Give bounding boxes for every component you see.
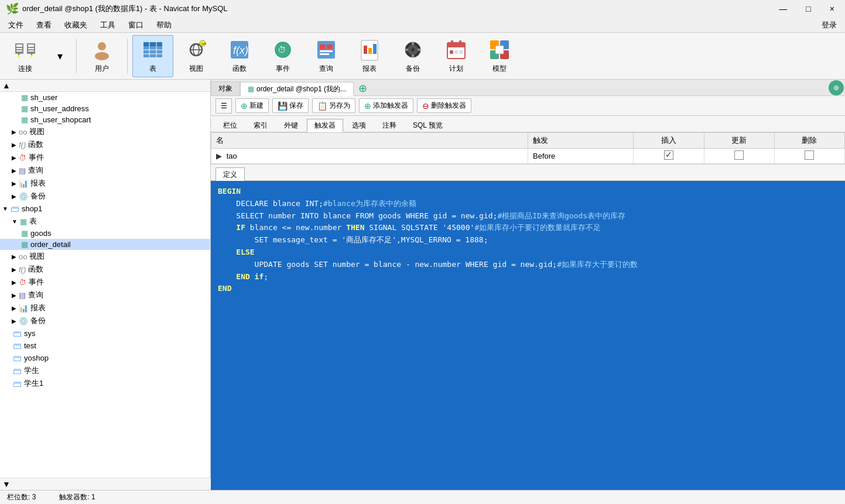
menu-tools[interactable]: 工具 xyxy=(94,18,121,32)
menu-favorites[interactable]: 收藏夹 xyxy=(59,18,93,32)
sidebar-label: shop1 xyxy=(22,204,42,213)
sub-tab-columns[interactable]: 栏位 xyxy=(215,118,245,132)
sub-tab-options[interactable]: 选项 xyxy=(344,118,374,132)
trigger-event-cell: Before xyxy=(528,149,634,164)
toolbar-connect[interactable]: 连接 xyxy=(5,35,46,77)
main-area: ▲ ▦ sh_user ▦ sh_user_address ▦ sh_user_… xyxy=(0,80,845,490)
code-line-8: END if; xyxy=(218,271,838,283)
toolbar: 连接 ▾ 用户 表 xyxy=(0,33,845,80)
insert-checkbox[interactable] xyxy=(664,150,673,160)
save-button[interactable]: 💾 保存 xyxy=(272,98,309,113)
sidebar-item-func1[interactable]: ▶ f() 函数 xyxy=(0,138,210,151)
sub-tab-triggers[interactable]: 触发器 xyxy=(307,119,343,132)
sidebar-item-backup2[interactable]: ▶ 💿 备份 xyxy=(0,314,210,327)
save-as-icon: 📋 xyxy=(317,101,327,111)
hamburger-button[interactable]: ☰ xyxy=(215,98,232,114)
toolbar-view[interactable]: oo 视图 xyxy=(176,35,217,77)
titlebar-controls[interactable]: — □ × xyxy=(774,3,839,15)
delete-checkbox[interactable] xyxy=(805,150,814,160)
sidebar-item-xuesheng[interactable]: 🗃 学生 xyxy=(0,364,210,377)
menu-view[interactable]: 查看 xyxy=(30,18,57,32)
tab-extra-button[interactable]: ⊕ xyxy=(829,80,844,95)
sidebar-item-report2[interactable]: ▶ 📊 报表 xyxy=(0,301,210,314)
sub-tab-foreign-key[interactable]: 外键 xyxy=(276,118,306,132)
toolbar-event[interactable]: ⏱ 事件 xyxy=(262,35,303,77)
delete-trigger-button[interactable]: ⊖ 删除触发器 xyxy=(417,98,471,113)
sidebar: ▲ ▦ sh_user ▦ sh_user_address ▦ sh_user_… xyxy=(0,80,211,490)
expand-arrow: ▶ xyxy=(12,193,16,200)
sidebar-item-yoshop[interactable]: 🗃 yoshop xyxy=(0,352,210,364)
sidebar-scroll-up[interactable]: ▲ xyxy=(2,81,11,90)
table-row[interactable]: ▶ tao Before xyxy=(211,149,845,164)
new-button[interactable]: ⊕ 新建 xyxy=(235,98,269,113)
sub-tab-index[interactable]: 索引 xyxy=(246,118,275,132)
sub-tab-sql-preview[interactable]: SQL 预览 xyxy=(405,118,450,132)
toolbar-schedule[interactable]: 计划 xyxy=(436,35,477,77)
menu-window[interactable]: 窗口 xyxy=(122,18,149,32)
schedule-icon xyxy=(444,38,468,61)
toolbar-backup[interactable]: 备份 xyxy=(392,35,433,77)
sidebar-item-sh-user[interactable]: ▦ sh_user xyxy=(0,92,210,103)
trigger-insert-cell[interactable] xyxy=(634,149,704,164)
sidebar-scroll-down[interactable]: ▼ xyxy=(2,479,11,489)
tab-new-button[interactable]: ⊕ xyxy=(356,81,370,95)
svg-rect-50 xyxy=(454,50,458,54)
menu-file[interactable]: 文件 xyxy=(2,18,29,32)
update-checkbox[interactable] xyxy=(734,150,744,160)
sidebar-item-test[interactable]: 🗃 test xyxy=(0,340,210,352)
sidebar-item-xuesheng1[interactable]: 🗃 学生1 xyxy=(0,377,210,390)
col-trigger: 触发 xyxy=(528,133,634,149)
tab-objects[interactable]: 对象 xyxy=(211,81,240,95)
sidebar-item-tables-folder[interactable]: ▼ ▦ 表 xyxy=(0,215,210,228)
trigger-update-cell[interactable] xyxy=(704,149,774,164)
sidebar-label: 学生1 xyxy=(24,378,43,389)
maximize-button[interactable]: □ xyxy=(801,3,815,15)
svg-rect-33 xyxy=(320,53,329,55)
sidebar-label: sh_user_address xyxy=(30,104,89,113)
sidebar-label: 学生 xyxy=(24,365,39,376)
sidebar-item-view1[interactable]: ▶ oo 视图 xyxy=(0,125,210,138)
toolbar-query[interactable]: 查询 xyxy=(306,35,347,77)
sidebar-item-goods[interactable]: ▦ goods xyxy=(0,228,210,239)
sidebar-item-query2[interactable]: ▶ ▤ 查询 xyxy=(0,289,210,301)
sidebar-item-sh-user-address[interactable]: ▦ sh_user_address xyxy=(0,103,210,114)
sidebar-item-sh-user-shopcart[interactable]: ▦ sh_user_shopcart xyxy=(0,114,210,125)
sidebar-item-view2[interactable]: ▶ oo 视图 xyxy=(0,250,210,263)
sidebar-item-backup1[interactable]: ▶ 💿 备份 xyxy=(0,190,210,203)
sidebar-item-query1[interactable]: ▶ ▤ 查询 xyxy=(0,164,210,177)
code-editor[interactable]: BEGIN DECLARE blance INT;#blance为库存表中的余额… xyxy=(211,181,845,490)
add-trigger-button[interactable]: ⊕ 添加触发器 xyxy=(359,98,413,113)
sidebar-item-sys[interactable]: 🗃 sys xyxy=(0,327,210,340)
backup-icon: 💿 xyxy=(19,192,28,201)
login-button[interactable]: 登录 xyxy=(822,20,843,30)
sidebar-item-func2[interactable]: ▶ f() 函数 xyxy=(0,263,210,276)
toolbar-table[interactable]: 表 xyxy=(132,35,173,77)
db-icon: 🗃 xyxy=(13,341,22,351)
table-folder-icon: ▦ xyxy=(20,217,27,226)
definition-tab[interactable]: 定义 xyxy=(215,167,245,181)
sidebar-item-order-detail[interactable]: ▦ order_detail xyxy=(0,239,210,250)
sidebar-item-event2[interactable]: ▶ ⏱ 事件 xyxy=(0,276,210,289)
menu-help[interactable]: 帮助 xyxy=(150,18,177,32)
toolbar-connect-dropdown[interactable]: ▾ xyxy=(48,44,71,68)
minimize-button[interactable]: — xyxy=(774,3,792,15)
func-icon: f() xyxy=(19,140,26,149)
sidebar-item-shop1[interactable]: ▼ 🗃 shop1 xyxy=(0,203,210,215)
db-icon: 🗃 xyxy=(13,366,22,376)
trigger-delete-cell[interactable] xyxy=(774,149,844,164)
toolbar-function[interactable]: f(x) 函数 xyxy=(219,35,260,77)
svg-rect-56 xyxy=(495,46,504,54)
toolbar-model[interactable]: 模型 xyxy=(479,35,520,77)
sidebar-item-report1[interactable]: ▶ 📊 报表 xyxy=(0,177,210,190)
tab-order-detail[interactable]: ▦ order_detail @shop1 (我的... xyxy=(240,82,354,96)
toolbar-user[interactable]: 用户 xyxy=(81,35,122,77)
menubar-left: 文件 查看 收藏夹 工具 窗口 帮助 xyxy=(2,18,177,32)
toolbar-report[interactable]: 报表 xyxy=(349,35,390,77)
sub-tab-comment[interactable]: 注释 xyxy=(375,118,404,132)
sidebar-item-event1[interactable]: ▶ ⏱ 事件 xyxy=(0,151,210,164)
save-as-button[interactable]: 📋 另存为 xyxy=(312,98,355,113)
sidebar-label: sh_user xyxy=(30,93,57,102)
svg-rect-1 xyxy=(16,44,22,47)
close-button[interactable]: × xyxy=(825,3,839,15)
svg-text:⏱: ⏱ xyxy=(278,45,286,54)
